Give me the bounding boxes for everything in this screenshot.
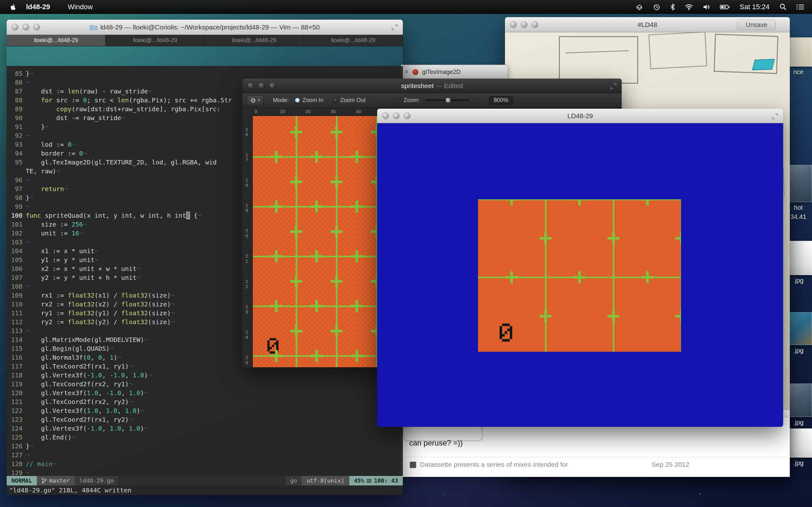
- close-icon[interactable]: ×: [404, 68, 409, 75]
- zoom-out-radio[interactable]: Zoom Out: [333, 97, 366, 104]
- sketch-box-drawing: [648, 32, 707, 69]
- doc-lookup-label[interactable]: glTexImage2D: [422, 68, 461, 75]
- vim-code-line: 129¬: [9, 468, 403, 476]
- zoom-button[interactable]: [33, 24, 40, 31]
- grid-plus-marker: [290, 176, 302, 188]
- chat-titlebar[interactable]: #LD48 Unsave: [505, 17, 790, 32]
- grid-plus-marker: [351, 151, 363, 163]
- game-viewport[interactable]: [377, 123, 783, 427]
- ruler-number: 22: [245, 279, 249, 289]
- folder-proxy-icon: [90, 24, 97, 30]
- game-titlebar[interactable]: LD48-29: [377, 109, 783, 123]
- apple-menu[interactable]: [0, 3, 24, 10]
- grid-plus-marker: [310, 151, 322, 163]
- tool-options-button[interactable]: ⚙ ▾: [247, 95, 263, 106]
- window-controls: [12, 20, 40, 35]
- vim-code-line: 122 gl.Vertex3f(1.0, 1.0, 1.0)¬: [9, 406, 403, 415]
- terminal-tab-bar: lloeki@.../ld48-29lloeki@.../ld48-29lloe…: [7, 35, 403, 46]
- sketch-cyan-accent: [752, 59, 775, 70]
- terminal-tab[interactable]: lloeki@.../ld48-29: [106, 35, 205, 46]
- close-button[interactable]: [382, 112, 389, 119]
- ruler-number: 0: [254, 109, 257, 114]
- zoom-button[interactable]: [404, 112, 410, 119]
- grid-plus-marker: [573, 271, 586, 283]
- ruler-number: 30: [331, 109, 336, 114]
- ruler-number: 24: [245, 330, 249, 340]
- vim-code-line: 124 gl.Vertex3f(-1.0, 1.0, 1.0)¬: [9, 424, 403, 433]
- grid-plus-marker: [675, 310, 681, 322]
- dropbox-icon[interactable]: [630, 3, 648, 10]
- bluetooth-icon[interactable]: [665, 3, 680, 11]
- vim-mode-indicator: NORMAL: [7, 476, 37, 486]
- grid-plus-marker: [270, 250, 282, 262]
- link-preview-text[interactable]: Datassette presents a series of mixes in…: [420, 461, 568, 468]
- zoom-in-radio[interactable]: Zoom In: [295, 97, 323, 104]
- terminal-titlebar[interactable]: ld48-29 — lloeki@Coriolis: ~/Workspace/p…: [7, 20, 403, 35]
- terminal-tab[interactable]: lloeki@.../ld48-29: [205, 35, 304, 46]
- radio-dot: [333, 98, 338, 103]
- menu-item-window[interactable]: Window: [59, 3, 101, 11]
- fullscreen-icon[interactable]: [391, 23, 398, 31]
- zoom-button[interactable]: [269, 82, 275, 89]
- wifi-icon[interactable]: [680, 3, 698, 10]
- game-window-title: LD48-29: [567, 112, 593, 120]
- desktop: ncehot34.41.jpg.jpg.jpg.jpg #LD48 Unsave: [0, 0, 812, 507]
- terminal-tab[interactable]: lloeki@.../ld48-29: [7, 35, 106, 46]
- unsave-button[interactable]: Unsave: [737, 20, 776, 30]
- radio-dot: [295, 98, 300, 103]
- fullscreen-icon[interactable]: [771, 112, 779, 120]
- time-machine-icon[interactable]: [648, 3, 665, 11]
- grid-plus-marker: [310, 250, 322, 262]
- ruler-number: 18: [245, 177, 249, 187]
- grid-plus-marker: [331, 275, 343, 287]
- menu-bar-clock[interactable]: Sat 15:24: [734, 3, 774, 11]
- zoom-button[interactable]: [531, 21, 538, 28]
- grid-plus-marker: [270, 201, 282, 213]
- vim-filename: ld48-29.go: [74, 476, 118, 486]
- branch-icon: [42, 477, 47, 484]
- vim-code-line: 85}¬: [9, 69, 403, 78]
- divider: [400, 457, 790, 457]
- close-button[interactable]: [247, 82, 254, 89]
- grid-plus-marker: [270, 350, 282, 362]
- zoom-label: Zoom:: [404, 97, 420, 104]
- minimize-button[interactable]: [22, 24, 29, 31]
- grid-line: [681, 199, 681, 352]
- window-controls: [382, 109, 410, 123]
- grid-plus-marker: [506, 199, 518, 205]
- spotlight-icon[interactable]: [774, 3, 792, 10]
- grid-plus-marker: [351, 300, 363, 312]
- game-zero-glyph: [499, 324, 513, 342]
- zoom-slider[interactable]: [425, 100, 469, 101]
- spritesheet-toolbar: ⚙ ▾ Mode: Zoom In Zoom Out Zoom: 800%: [242, 93, 622, 108]
- spritesheet-titlebar[interactable]: spritesheet — Edited: [242, 78, 622, 93]
- terminal-tab[interactable]: lloeki@.../ld48-29: [304, 35, 403, 46]
- notification-center-icon[interactable]: [792, 4, 812, 10]
- vim-code-line: 126}¬: [9, 442, 403, 451]
- ruler-number: 20: [245, 228, 249, 238]
- minimize-button[interactable]: [258, 82, 265, 89]
- minimize-button[interactable]: [521, 21, 527, 28]
- statusline-filler: [118, 476, 285, 486]
- minimize-button[interactable]: [393, 112, 400, 119]
- grid-plus-marker: [290, 226, 302, 238]
- grid-plus-marker: [310, 350, 322, 362]
- doc-lookup-bar: × glTexImage2D: [400, 65, 508, 79]
- close-button[interactable]: [510, 21, 517, 28]
- link-favicon: [410, 462, 416, 468]
- grid-plus-marker: [573, 199, 586, 205]
- battery-icon[interactable]: [715, 3, 734, 10]
- vim-encoding: utf-8[unix]: [302, 476, 349, 486]
- zoom-value[interactable]: 800%: [489, 96, 513, 105]
- vim-code-line: 125 gl.End()¬: [9, 433, 403, 442]
- vim-code-line: 127¬: [9, 451, 403, 459]
- volume-icon[interactable]: [698, 3, 715, 10]
- fullscreen-icon[interactable]: [610, 82, 617, 90]
- git-branch-segment: master: [37, 476, 74, 486]
- vim-code-line: 123 gl.TexCoord2f(rx1, ry2)¬: [9, 415, 403, 424]
- close-button[interactable]: [12, 24, 18, 31]
- slider-knob[interactable]: [445, 98, 451, 103]
- active-app-menu[interactable]: ld48-29: [24, 3, 59, 11]
- vim-position-segment: 45% 100: 43: [349, 476, 403, 486]
- menu-bar: ld48-29 Window Sat 15:24: [0, 0, 812, 14]
